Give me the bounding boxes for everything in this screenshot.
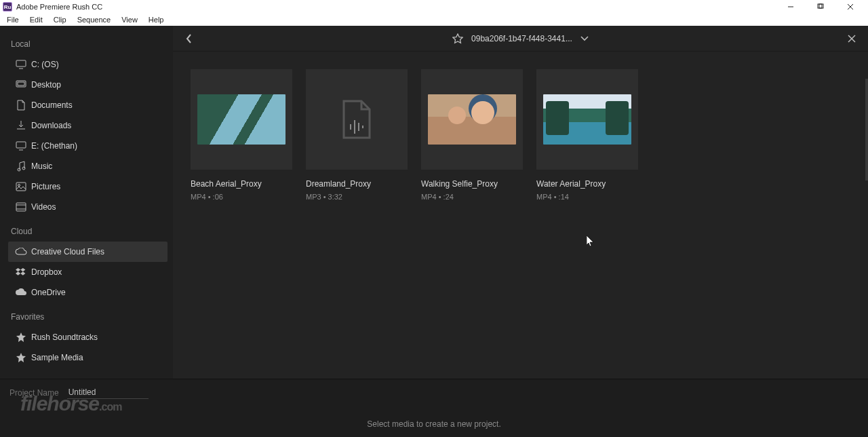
svg-rect-1 — [818, 4, 822, 8]
monitor-icon — [14, 60, 28, 69]
media-item[interactable]: Beach Aerial_Proxy MP4 • :06 — [191, 69, 292, 419]
sidebar-section-local: Local — [8, 35, 167, 54]
main-panel: 09ba206f-1b47-f448-3441... Beach Aerial_… — [173, 26, 868, 437]
media-title: Walking Selfie_Proxy — [421, 179, 523, 189]
dropbox-icon — [14, 267, 28, 277]
svg-rect-8 — [18, 82, 24, 86]
sidebar-item-dropbox[interactable]: Dropbox — [8, 262, 167, 282]
media-thumbnail — [421, 69, 523, 170]
sidebar-item-label: Rush Soundtracks — [31, 332, 98, 342]
window-title: Adobe Premiere Rush CC — [16, 3, 102, 11]
sidebar-item-sample-media[interactable]: Sample Media — [8, 347, 167, 368]
menu-sequence[interactable]: Sequence — [72, 14, 117, 25]
back-button[interactable] — [181, 31, 197, 47]
window-minimize-button[interactable] — [776, 0, 806, 14]
sidebar-section-favorites: Favorites — [8, 308, 167, 327]
sidebar-item-label: Desktop — [31, 80, 61, 90]
sidebar-item-label: Music — [31, 162, 52, 171]
watermark: filehorse.com — [20, 392, 121, 415]
sidebar-item-pictures[interactable]: Pictures — [8, 176, 167, 197]
sidebar-item-label: Documents — [31, 100, 73, 110]
sidebar-item-rush-soundtracks[interactable]: Rush Soundtracks — [8, 327, 167, 347]
sidebar-item-label: C: (OS) — [31, 60, 59, 69]
breadcrumb-path[interactable]: 09ba206f-1b47-f448-3441... — [471, 34, 572, 43]
scrollbar[interactable] — [865, 79, 868, 180]
bottom-bar: Project Name Select media to create a ne… — [0, 379, 868, 437]
menubar: File Edit Clip Sequence View Help — [0, 14, 868, 26]
picture-icon — [14, 182, 28, 191]
sidebar-item-label: Pictures — [31, 182, 60, 191]
sidebar-item-label: Downloads — [31, 121, 71, 130]
cloud-icon — [14, 288, 28, 297]
menu-file[interactable]: File — [1, 14, 24, 25]
sidebar-item-downloads[interactable]: Downloads — [8, 115, 167, 136]
svg-rect-15 — [16, 203, 26, 211]
monitor-icon — [14, 141, 28, 151]
media-item[interactable]: Dreamland_Proxy MP3 • 3:32 — [306, 69, 408, 419]
sidebar-item-label: OneDrive — [31, 288, 66, 297]
media-meta: MP4 • :14 — [536, 193, 638, 201]
sidebar-item-label: Dropbox — [31, 267, 62, 277]
svg-rect-2 — [819, 4, 823, 8]
star-icon — [14, 332, 28, 342]
media-thumbnail — [306, 69, 408, 170]
star-icon — [14, 353, 28, 362]
sidebar-item-label: Videos — [31, 202, 56, 212]
sidebar-item-desktop[interactable]: Desktop — [8, 75, 167, 95]
app-logo: Ru — [3, 2, 12, 12]
sidebar-section-cloud: Cloud — [8, 223, 167, 242]
media-title: Beach Aerial_Proxy — [191, 179, 292, 189]
window-titlebar: Ru Adobe Premiere Rush CC — [0, 0, 868, 14]
creative-cloud-icon — [14, 248, 28, 256]
document-icon — [14, 100, 28, 111]
sidebar-item-e-drive[interactable]: E: (Chethan) — [8, 136, 167, 156]
menu-view[interactable]: View — [116, 14, 143, 25]
svg-rect-5 — [16, 60, 26, 66]
window-maximize-button[interactable] — [806, 0, 835, 14]
window-close-button[interactable] — [835, 0, 865, 14]
menu-edit[interactable]: Edit — [24, 14, 48, 25]
media-item[interactable]: Water Aerial_Proxy MP4 • :14 — [536, 69, 638, 419]
media-title: Dreamland_Proxy — [306, 179, 408, 189]
path-dropdown[interactable] — [580, 36, 589, 41]
sidebar-item-videos[interactable]: Videos — [8, 197, 167, 217]
sidebar-item-onedrive[interactable]: OneDrive — [8, 282, 167, 303]
menu-clip[interactable]: Clip — [48, 14, 72, 25]
download-icon — [14, 120, 28, 131]
create-project-hint: Select media to create a new project. — [367, 419, 500, 429]
sidebar-item-music[interactable]: Music — [8, 156, 167, 176]
media-title: Water Aerial_Proxy — [536, 179, 638, 189]
media-meta: MP4 • :24 — [421, 193, 523, 201]
media-thumbnail — [191, 69, 292, 170]
panel-close-button[interactable] — [844, 31, 860, 47]
browser-topbar: 09ba206f-1b47-f448-3441... — [173, 26, 868, 52]
sidebar-item-label: E: (Chethan) — [31, 141, 77, 151]
media-thumbnail — [536, 69, 638, 170]
menu-help[interactable]: Help — [143, 14, 170, 25]
music-icon — [14, 161, 28, 172]
favorite-toggle[interactable] — [452, 33, 463, 44]
sidebar-item-c-drive[interactable]: C: (OS) — [8, 54, 167, 75]
sidebar-item-creative-cloud[interactable]: Creative Cloud Files — [8, 242, 167, 262]
audio-file-icon — [341, 100, 372, 139]
sidebar: Local C: (OS) Desktop Documents Download… — [0, 26, 173, 437]
sidebar-item-label: Creative Cloud Files — [31, 247, 104, 256]
video-icon — [14, 202, 28, 212]
media-meta: MP3 • 3:32 — [306, 193, 408, 201]
media-item[interactable]: Walking Selfie_Proxy MP4 • :24 — [421, 69, 523, 419]
sidebar-item-label: Sample Media — [31, 353, 83, 362]
svg-point-14 — [18, 185, 20, 187]
desktop-icon — [14, 80, 28, 90]
svg-rect-13 — [16, 183, 26, 191]
svg-rect-9 — [16, 142, 26, 148]
media-meta: MP4 • :06 — [191, 193, 292, 201]
sidebar-item-documents[interactable]: Documents — [8, 95, 167, 115]
